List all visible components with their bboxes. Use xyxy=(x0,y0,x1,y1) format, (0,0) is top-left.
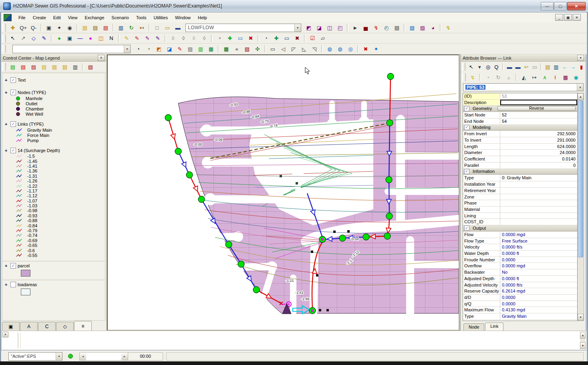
attribute-row[interactable]: (ID) 53 xyxy=(463,93,577,100)
legend-surcharge-value[interactable]: -1.41 xyxy=(5,164,105,168)
menu-item[interactable]: File xyxy=(15,14,29,21)
toolbar-grip[interactable] xyxy=(2,45,6,53)
toolbar-grip[interactable] xyxy=(2,63,6,71)
control-center-header[interactable]: Control Center - Map Legend ✕ xyxy=(1,54,106,62)
attribute-row[interactable]: Flow 0.0000 mgd xyxy=(463,232,577,238)
attribute-value[interactable]: 24.0000 xyxy=(500,150,577,156)
brush-icon[interactable]: ✎ xyxy=(143,34,152,43)
mdi-minimize-button[interactable]: _ xyxy=(555,14,563,21)
attribute-row[interactable]: Coefficient 0.0140 xyxy=(463,156,577,162)
attribute-row[interactable]: ✓ Information xyxy=(463,169,577,175)
select-link-icon[interactable]: ◔ xyxy=(261,34,271,43)
attribute-row[interactable]: Water Depth 0.0000 ft xyxy=(463,251,577,257)
attribute-row[interactable]: Type Gravity Main xyxy=(463,313,577,320)
toolbar-grip[interactable] xyxy=(2,34,6,42)
attribute-row[interactable]: End Node 54 xyxy=(463,118,577,125)
close-icon[interactable]: ✕ xyxy=(98,55,105,61)
attribute-tab[interactable]: Node xyxy=(463,323,484,331)
ab-molecule-icon[interactable]: ◉ xyxy=(571,73,581,82)
attribute-row[interactable]: Froude Number 0.0000 xyxy=(463,257,577,263)
erase-arc-icon[interactable]: ◊ xyxy=(179,34,188,43)
expand-icon[interactable]: + xyxy=(5,282,8,287)
layer-delete-icon[interactable]: ▤ xyxy=(18,62,28,71)
mdi-close-button[interactable]: ✕ xyxy=(573,14,581,21)
attribute-value[interactable]: 54 xyxy=(500,118,577,124)
db-edit-icon[interactable]: ◰ xyxy=(335,23,345,32)
domain-grid-icon[interactable]: ▥ xyxy=(196,44,205,53)
tab-map-icon[interactable]: ▣ xyxy=(2,322,20,331)
legend-surcharge-value[interactable]: -0.65 xyxy=(5,243,105,248)
ab-notes-icon[interactable]: ▤ xyxy=(544,62,552,71)
attribute-value[interactable]: 624.0000 xyxy=(500,144,577,150)
chevron-down-icon[interactable]: ▼ xyxy=(577,84,583,91)
domain-flag-icon[interactable]: ◩ xyxy=(154,44,164,53)
close-icon[interactable]: ✕ xyxy=(2,332,8,337)
legend-surcharge-value[interactable]: -1.22 xyxy=(5,183,105,188)
shape-edit-icon[interactable]: ◸ xyxy=(289,44,298,53)
trace-icon[interactable]: ▱ xyxy=(318,34,328,43)
attribute-row[interactable]: Velocity 0.0000 ft/s xyxy=(463,244,577,251)
attribute-value[interactable] xyxy=(500,100,577,106)
scroll-left-icon[interactable]: ◄ xyxy=(80,353,86,360)
menu-item[interactable]: Scenario xyxy=(108,14,132,21)
ab-measure-icon[interactable]: ↦ xyxy=(530,73,539,82)
attribute-row[interactable]: Zone xyxy=(463,194,577,201)
attribute-value[interactable] xyxy=(500,194,577,200)
legend-surcharge-value[interactable]: -0.88 xyxy=(5,218,105,223)
ab-zoom-icon[interactable]: Q xyxy=(493,62,500,71)
move-selection-icon[interactable]: ▭ xyxy=(236,34,245,43)
expand-icon[interactable]: + xyxy=(5,78,8,82)
refresh-icon[interactable]: ↻ xyxy=(127,23,136,32)
shape-poly-icon[interactable]: ◁ xyxy=(278,44,288,53)
attribute-value[interactable]: 0.0000 ft/s xyxy=(500,282,577,288)
domain-box-icon[interactable]: ◪ xyxy=(165,44,174,53)
attribute-row[interactable]: COST_ID xyxy=(463,219,577,225)
tab-domain-icon[interactable]: ◇ xyxy=(56,322,74,331)
tab-contour-icon[interactable]: C xyxy=(38,322,56,331)
ab-erase-icon[interactable]: ▭ xyxy=(531,62,538,71)
expand-icon[interactable]: + xyxy=(5,263,8,268)
ab-faucet-icon[interactable]: ◔ xyxy=(483,73,493,82)
path-select-icon[interactable]: ✎ xyxy=(39,34,49,43)
validate-icon[interactable]: ☑ xyxy=(308,34,317,43)
chevron-down-icon[interactable]: ▼ xyxy=(124,45,130,53)
attribute-value[interactable]: 0.0000 xyxy=(500,301,577,307)
flash-report-icon[interactable]: ↯ xyxy=(371,23,381,32)
chevron-down-icon[interactable]: ▼ xyxy=(56,353,62,360)
add-link-icon[interactable]: — xyxy=(75,34,85,43)
attribute-value[interactable]: 0: Gravity Main xyxy=(500,175,577,181)
toolbar-grip[interactable] xyxy=(462,63,465,71)
annotate-icon[interactable]: ↯ xyxy=(443,23,453,32)
legend-node-type[interactable]: Wet Well xyxy=(5,111,105,116)
attribute-browser-header[interactable]: Attribute Browser --- Link ✕ xyxy=(461,54,586,62)
layer-new-icon[interactable]: ▤ xyxy=(8,62,18,71)
open-file-icon[interactable]: ▭ xyxy=(163,23,172,32)
scroll-up-icon[interactable]: ▲ xyxy=(580,332,586,339)
legend-node-type[interactable]: Outlet xyxy=(5,101,105,106)
attribute-value[interactable]: No xyxy=(500,269,577,275)
legend-surcharge-value[interactable]: -0.79 xyxy=(5,228,105,233)
attribute-row[interactable]: Retirement Year xyxy=(463,188,577,194)
domain-edit-icon[interactable]: ✎ xyxy=(175,44,185,53)
ab-undo-icon[interactable]: ↩ xyxy=(522,62,530,71)
section-checkbox[interactable]: ✓ xyxy=(464,106,469,111)
close-button[interactable]: ✕ xyxy=(567,2,586,10)
attribute-value[interactable]: Gravity Main xyxy=(500,313,577,319)
attribute-row[interactable]: From Invert 292.5000 xyxy=(463,131,577,137)
tree-group-links[interactable]: + ✓ Links (TYPE) xyxy=(5,120,105,127)
expand-icon[interactable]: + xyxy=(5,148,8,153)
selection-combo[interactable]: ▼ xyxy=(12,45,131,53)
legend-node-type[interactable]: Manhole xyxy=(5,96,105,101)
attribute-scrollbar[interactable]: ▲ ▼ xyxy=(578,93,584,321)
menu-item[interactable]: Help xyxy=(194,14,211,21)
attribute-row[interactable]: Length 624.0000 xyxy=(463,144,577,150)
menu-item[interactable]: Utilities xyxy=(150,14,171,21)
attribute-tab[interactable]: Link xyxy=(485,323,503,331)
erase-open-icon[interactable]: ◊ xyxy=(189,34,199,43)
legend-link-type[interactable]: Gravity Main xyxy=(5,127,105,132)
attribute-row[interactable]: Adjusted Depth 0.0000 ft xyxy=(463,276,577,282)
toolbar-grip[interactable] xyxy=(462,73,466,81)
delete-selection-icon[interactable]: ✖ xyxy=(246,34,256,43)
attribute-row[interactable]: To Invert 291.0000 xyxy=(463,137,577,144)
add-junction-icon[interactable]: ◫ xyxy=(96,34,106,43)
